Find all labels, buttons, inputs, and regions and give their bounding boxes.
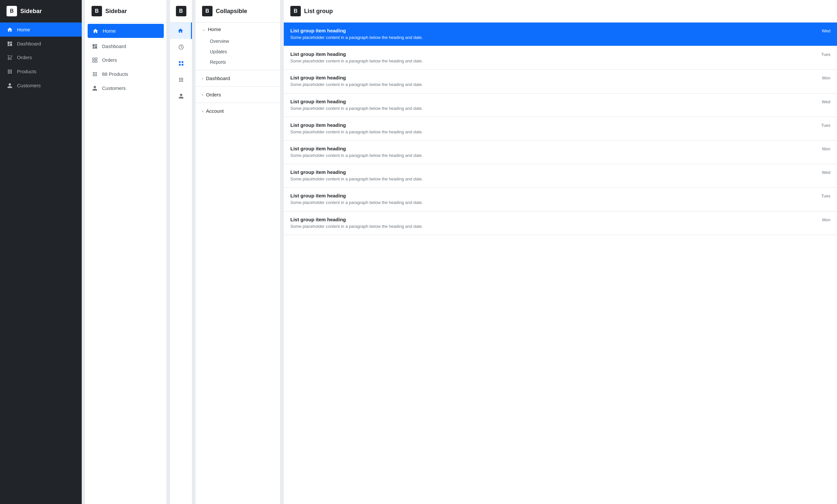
icon-item-products[interactable] xyxy=(170,72,192,88)
collapsible-home-header[interactable]: ⌄ Home xyxy=(196,22,280,36)
list-item-9-text: Some placeholder content in a paragraph … xyxy=(290,223,818,230)
sidebar-label-dashboard-dark: Dashboard xyxy=(17,41,41,47)
collapsible-orders-label: Orders xyxy=(206,92,221,97)
icon-sidebar: B xyxy=(170,0,192,504)
list-item-6-badge: Mon xyxy=(822,146,831,151)
list-item-6-heading: List group item heading xyxy=(290,146,818,151)
separator-2 xyxy=(167,0,170,504)
collapsible-sidebar: B Collapsible ⌄ Home Overview Updates Re… xyxy=(196,0,281,504)
list-item-7-badge: Wed xyxy=(822,169,831,175)
chevron-right-icon-2: › xyxy=(202,92,203,97)
sidebar-item-home-dark[interactable]: Home xyxy=(0,22,82,37)
brand-icon-light: B xyxy=(92,6,102,16)
collapsible-header: B Collapsible xyxy=(196,0,280,22)
list-item-4[interactable]: List group item heading Some placeholder… xyxy=(284,93,837,117)
sidebar-label-orders-dark: Orders xyxy=(17,55,32,60)
list-item-2-heading: List group item heading xyxy=(290,51,817,57)
sidebar-item-orders-light[interactable]: Orders xyxy=(85,53,166,67)
products-icon-small xyxy=(178,77,184,83)
svg-rect-6 xyxy=(181,61,183,63)
brand-icon-dark: B xyxy=(6,6,17,16)
collapsible-home-subitems: Overview Updates Reports xyxy=(196,36,280,69)
brand-icon-listgroup: B xyxy=(290,6,301,16)
separator-1 xyxy=(82,0,85,504)
list-item-6[interactable]: List group item heading Some placeholder… xyxy=(284,141,837,164)
customers-icon-small xyxy=(178,93,184,99)
collapsible-item-orders: › Orders xyxy=(196,88,280,101)
list-item-3-badge: Mon xyxy=(822,75,831,80)
home-icon xyxy=(6,26,13,33)
listgroup-panel: B List group List group item heading Som… xyxy=(284,0,837,504)
collapsible-dashboard-header[interactable]: › Dashboard xyxy=(196,72,280,85)
sidebar-item-customers-light[interactable]: Customers xyxy=(85,81,166,95)
list-item-9[interactable]: List group item heading Some placeholder… xyxy=(284,212,837,235)
svg-rect-8 xyxy=(181,64,183,66)
list-item-1[interactable]: List group item heading Some placeholder… xyxy=(284,22,837,46)
list-item-4-heading: List group item heading xyxy=(290,99,818,104)
orders-icon-light xyxy=(92,57,98,64)
list-item-2[interactable]: List group item heading Some placeholder… xyxy=(284,46,837,70)
collapsible-divider-2 xyxy=(196,86,280,87)
collapsible-dashboard-label: Dashboard xyxy=(206,75,230,81)
sidebar-item-dashboard-light[interactable]: Dashboard xyxy=(85,39,166,53)
list-item-3-content: List group item heading Some placeholder… xyxy=(290,75,818,88)
icon-item-home[interactable] xyxy=(170,22,192,39)
collapsible-divider-3 xyxy=(196,103,280,103)
dark-sidebar: B Sidebar Home Dashboard Orders Products… xyxy=(0,0,82,504)
list-item-2-content: List group item heading Some placeholder… xyxy=(290,51,817,64)
icon-item-orders[interactable] xyxy=(170,55,192,72)
brand-title-listgroup: List group xyxy=(304,8,333,15)
list-item-8-text: Some placeholder content in a paragraph … xyxy=(290,200,817,205)
list-item-5[interactable]: List group item heading Some placeholder… xyxy=(284,117,837,141)
list-item-7-heading: List group item heading xyxy=(290,169,818,175)
collapsible-account-header[interactable]: › Account xyxy=(196,104,280,118)
icon-item-dashboard[interactable] xyxy=(170,39,192,55)
dashboard-icon-small xyxy=(178,44,184,50)
list-item-9-badge: Mon xyxy=(822,217,831,222)
home-icon-small xyxy=(178,28,183,34)
list-item-5-heading: List group item heading xyxy=(290,122,817,128)
sidebar-label-home-light: Home xyxy=(103,28,116,34)
list-item-2-text: Some placeholder content in a paragraph … xyxy=(290,58,817,64)
collapsible-sub-updates[interactable]: Updates xyxy=(196,47,280,57)
collapsible-divider-1 xyxy=(196,70,280,70)
collapsible-item-dashboard: › Dashboard xyxy=(196,72,280,85)
sidebar-item-products-dark[interactable]: Products xyxy=(0,65,82,78)
list-item-8-heading: List group item heading xyxy=(290,193,817,198)
sidebar-item-orders-dark[interactable]: Orders xyxy=(0,51,82,65)
sidebar-item-products-light[interactable]: 88 Products xyxy=(85,67,166,81)
list-item-3-heading: List group item heading xyxy=(290,75,818,80)
list-item-5-badge: Tues xyxy=(821,122,831,128)
collapsible-orders-header[interactable]: › Orders xyxy=(196,88,280,101)
list-item-8-content: List group item heading Some placeholder… xyxy=(290,193,817,205)
list-item-9-content: List group item heading Some placeholder… xyxy=(290,217,818,230)
list-item-8[interactable]: List group item heading Some placeholder… xyxy=(284,187,837,211)
svg-rect-5 xyxy=(179,61,180,63)
sidebar-item-dashboard-dark[interactable]: Dashboard xyxy=(0,37,82,51)
list-item-4-badge: Wed xyxy=(822,99,831,104)
chevron-right-icon: › xyxy=(202,76,203,81)
sidebar-label-home-dark: Home xyxy=(17,27,30,32)
sidebar-label-products-dark: Products xyxy=(17,69,36,74)
icon-item-customers[interactable] xyxy=(170,88,192,104)
light-sidebar: B Sidebar Home Dashboard Orders 88 Produ… xyxy=(85,0,167,504)
collapsible-item-account: › Account xyxy=(196,104,280,118)
brand-title-light: Sidebar xyxy=(105,8,127,15)
listgroup-header: B List group xyxy=(284,0,837,22)
collapsible-sub-overview[interactable]: Overview xyxy=(196,36,280,47)
dark-sidebar-header: B Sidebar xyxy=(0,0,82,22)
sidebar-item-home-light[interactable]: Home xyxy=(88,24,164,38)
list-item-3[interactable]: List group item heading Some placeholder… xyxy=(284,70,837,93)
brand-title-dark: Sidebar xyxy=(20,8,42,15)
list-item-2-badge: Tues xyxy=(821,51,831,57)
brand-icon-icons: B xyxy=(176,6,186,16)
collapsible-item-home: ⌄ Home Overview Updates Reports xyxy=(196,22,280,69)
svg-rect-0 xyxy=(92,58,94,60)
light-sidebar-header: B Sidebar xyxy=(85,0,166,22)
list-item-9-heading: List group item heading xyxy=(290,217,818,222)
sidebar-item-customers-dark[interactable]: Customers xyxy=(0,78,82,92)
list-item-7[interactable]: List group item heading Some placeholder… xyxy=(284,164,837,187)
collapsible-sub-reports[interactable]: Reports xyxy=(196,57,280,67)
list-item-5-text: Some placeholder content in a paragraph … xyxy=(290,129,817,135)
brand-title-collapsible: Collapsible xyxy=(216,8,247,15)
